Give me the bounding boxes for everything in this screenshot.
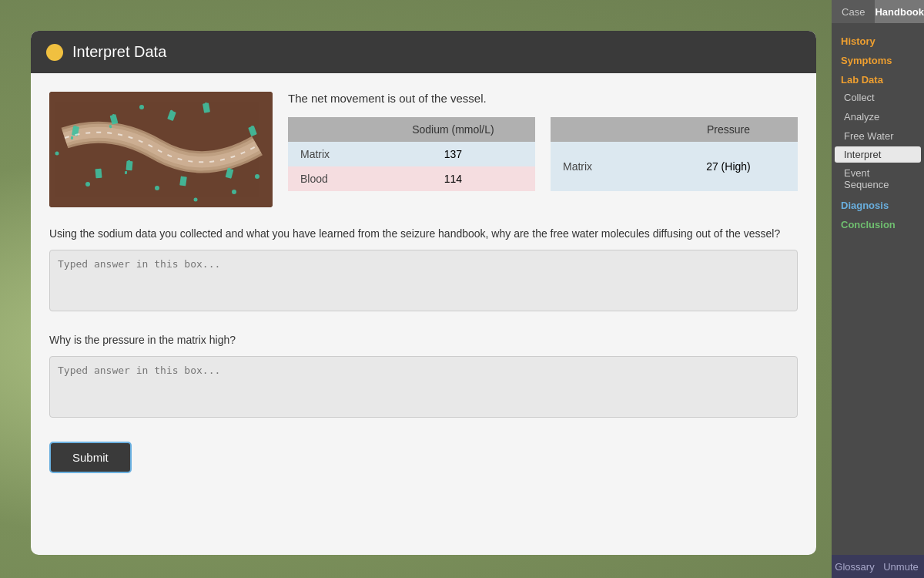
question2-text: Why is the pressure in the matrix high?: [49, 332, 798, 348]
sidebar-item-eventsequence[interactable]: Event Sequence: [832, 164, 924, 193]
top-nav: Case Handbook: [832, 0, 924, 23]
question1-text: Using the sodium data you collected and …: [49, 226, 798, 242]
sidebar-labdata-label[interactable]: Lab Data: [832, 69, 924, 87]
svg-rect-20: [95, 169, 102, 179]
sodium-blood-row: Blood 114: [288, 166, 535, 191]
unmute-button[interactable]: Unmute: [878, 555, 924, 578]
sodium-matrix-value: 137: [371, 142, 535, 166]
question2-block: Why is the pressure in the matrix high?: [49, 332, 798, 420]
sodium-table: Sodium (mmol/L) Matrix 137 Blood 114: [288, 117, 535, 191]
pressure-matrix-row: Matrix 27 (High): [551, 142, 798, 191]
card-title: Interpret Data: [72, 43, 166, 61]
sidebar-item-analyze[interactable]: Analyze: [832, 108, 924, 126]
svg-point-26: [194, 198, 198, 202]
data-section: The net movement is out of the vessel. S…: [288, 92, 798, 207]
sodium-header: Sodium (mmol/L): [371, 117, 535, 142]
svg-rect-10: [125, 171, 127, 174]
svg-point-22: [85, 182, 90, 187]
card-header: Interpret Data: [31, 31, 816, 73]
header-icon: [46, 44, 63, 61]
tables-row: Sodium (mmol/L) Matrix 137 Blood 114: [288, 117, 798, 191]
sodium-matrix-label: Matrix: [288, 142, 371, 166]
pressure-header: Pressure: [659, 117, 798, 142]
sodium-matrix-row: Matrix 137: [288, 142, 535, 166]
glossary-button[interactable]: Glossary: [832, 555, 878, 578]
pressure-matrix-value: 27 (High): [659, 142, 798, 191]
svg-point-24: [232, 190, 236, 194]
svg-rect-9: [128, 160, 130, 163]
sidebar-item-collect[interactable]: Collect: [832, 89, 924, 106]
sodium-blood-value: 114: [371, 166, 535, 191]
question1-block: Using the sodium data you collected and …: [49, 226, 798, 314]
svg-point-23: [155, 186, 159, 190]
sidebar-symptoms-label[interactable]: Symptoms: [832, 50, 924, 68]
main-card: Interpret Data: [31, 31, 816, 555]
answer2-input[interactable]: [49, 356, 798, 418]
submit-button[interactable]: Submit: [49, 442, 132, 473]
answer1-input[interactable]: [49, 250, 798, 311]
top-section: The net movement is out of the vessel. S…: [49, 92, 798, 207]
pressure-table: Pressure Matrix 27 (High): [551, 117, 798, 191]
svg-point-27: [55, 152, 59, 156]
svg-rect-19: [179, 176, 187, 187]
sidebar-item-interpret[interactable]: Interpret: [835, 146, 921, 163]
sidebar: History Symptoms Lab Data Collect Analyz…: [832, 23, 924, 578]
vessel-image: [49, 92, 273, 207]
pressure-matrix-label: Matrix: [551, 142, 659, 191]
sidebar-conclusion-label[interactable]: Conclusion: [832, 214, 924, 232]
bottom-bar: Glossary Unmute: [832, 555, 924, 578]
handbook-tab[interactable]: Handbook: [875, 0, 924, 23]
card-body: The net movement is out of the vessel. S…: [31, 73, 816, 555]
sidebar-diagnosis-label[interactable]: Diagnosis: [832, 195, 924, 213]
case-tab[interactable]: Case: [832, 0, 875, 23]
svg-point-25: [255, 174, 259, 179]
net-movement-text: The net movement is out of the vessel.: [288, 92, 798, 105]
sidebar-history-label[interactable]: History: [832, 31, 924, 49]
sodium-blood-label: Blood: [288, 166, 371, 191]
svg-point-21: [139, 105, 144, 109]
sidebar-item-freewater[interactable]: Free Water: [832, 127, 924, 145]
